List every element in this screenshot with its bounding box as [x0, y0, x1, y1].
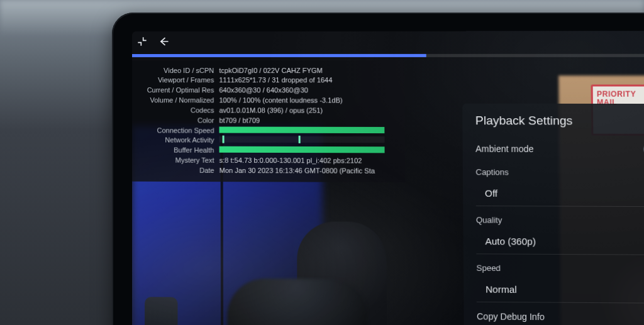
stats-label: Date: [138, 165, 219, 175]
stats-value-codecs: av01.0.01M.08 (396) / opus (251): [219, 106, 398, 116]
captions-label: Captions: [475, 167, 644, 177]
video-progress-fill: [132, 54, 426, 57]
captions-select[interactable]: Off: [475, 180, 644, 207]
ambient-mode-label: Ambient mode: [475, 144, 533, 154]
stats-label: Connection Speed: [138, 125, 219, 135]
stats-value-viewport: 1111x625*1.73 / 31 dropped of 1644: [219, 75, 398, 85]
minimize-icon[interactable]: [136, 35, 148, 50]
stats-value-volume: 100% / 100% (content loudness -3.1dB): [219, 96, 398, 106]
stats-panel: Video ID / sCPN tcpkOiD7gI0 / 022V CAHZ …: [132, 60, 405, 182]
stats-label: Color: [138, 115, 219, 125]
stats-value-color: bt709 / bt709: [219, 116, 398, 126]
copy-debug-info[interactable]: Copy Debug Info: [477, 311, 644, 323]
stats-label: Mystery Text: [138, 155, 219, 165]
stats-bar-buffer: [219, 145, 399, 156]
video-progress-track[interactable]: [132, 54, 644, 57]
quality-select[interactable]: Auto (360p): [476, 229, 644, 255]
bottle: [145, 297, 177, 325]
stats-label: Volume / Normalized: [138, 96, 219, 106]
speed-label: Speed: [476, 263, 644, 274]
stats-label: Current / Optimal Res: [138, 85, 219, 96]
screen: PRIORITY MAIL Video ID / sCPN tcpkOiD7gI…: [132, 31, 644, 325]
quality-value: Auto (360p): [485, 236, 535, 247]
stats-label: Viewport / Frames: [138, 75, 219, 85]
speed-select[interactable]: Normal: [477, 277, 644, 304]
stats-bar-connection: [219, 126, 399, 136]
stats-value-res: 640x360@30 / 640x360@30: [219, 85, 398, 96]
speed-value: Normal: [486, 284, 517, 295]
top-left-controls: [136, 35, 170, 50]
stats-value-date: Mon Jan 30 2023 16:13:46 GMT-0800 (Pacif…: [219, 165, 399, 176]
stats-label: Video ID / sCPN: [138, 65, 219, 75]
captions-value: Off: [485, 188, 497, 199]
playback-settings-panel: Playback Settings Ambient mode Captions …: [462, 104, 644, 325]
back-arrow-icon[interactable]: [157, 35, 170, 50]
quality-label: Quality: [476, 215, 644, 226]
person-silhouette: [227, 278, 368, 325]
stats-label: Codecs: [138, 106, 219, 116]
stats-value-video-id: tcpkOiD7gI0 / 022V CAHZ FYGM: [219, 65, 398, 75]
stats-label: Network Activity: [138, 135, 219, 145]
ambient-mode-row[interactable]: Ambient mode: [475, 139, 644, 158]
stats-value-mystery: s:8 t:54.73 b:0.000-130.001 pl_i:402 pbs…: [219, 155, 399, 166]
stats-bar-network: [219, 135, 399, 146]
settings-title: Playback Settings: [475, 114, 644, 128]
stats-label: Buffer Health: [138, 145, 219, 155]
